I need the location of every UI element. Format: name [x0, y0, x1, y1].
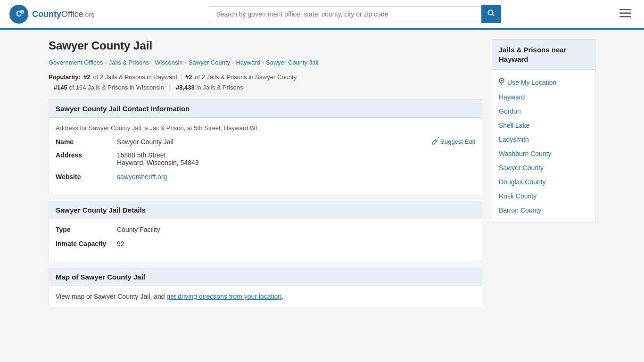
- logo-area: C ★ CountyOffice.org: [9, 5, 95, 24]
- sidebar-item-douglas-county[interactable]: Douglas County: [492, 175, 595, 189]
- type-label: Type: [56, 226, 117, 233]
- contact-description: Address for Sawyer County Jail, a Jail &…: [56, 124, 475, 132]
- breadcrumb-link-hayward[interactable]: Hayward: [236, 59, 260, 66]
- sidebar-item-ladysmith[interactable]: Ladysmith: [492, 132, 595, 147]
- type-value: County Facility: [117, 226, 160, 233]
- svg-line-9: [435, 140, 437, 141]
- sidebar-item-rusk-county[interactable]: Rusk County: [492, 189, 595, 203]
- search-button[interactable]: [481, 5, 501, 23]
- map-section: Map of Sawyer County Jail View map of Sa…: [49, 268, 482, 307]
- website-value: sawyersheriff.org: [117, 173, 167, 181]
- breadcrumb-link-sawyer-jail[interactable]: Sawyer County Jail: [266, 59, 318, 66]
- breadcrumb-link-gov-offices[interactable]: Government Offices: [49, 59, 103, 66]
- content-area: Sawyer County Jail Government Offices › …: [49, 39, 482, 314]
- svg-rect-6: [619, 9, 631, 10]
- sidebar-body: Use My Location Hayward Gordon Shell Lak…: [492, 70, 595, 222]
- sidebar-item-shell-lake[interactable]: Shell Lake: [492, 118, 595, 132]
- driving-directions-link[interactable]: get driving directions from your locatio…: [167, 293, 282, 300]
- use-location-item: Use My Location: [492, 74, 595, 90]
- address-label: Address: [56, 151, 117, 159]
- address-value: 15880 5th Street Hayward, Wisconsin, 548…: [117, 151, 199, 166]
- svg-rect-7: [619, 13, 631, 14]
- map-section-header: Map of Sawyer County Jail: [49, 268, 482, 286]
- suggest-edit-link[interactable]: Suggest Edit: [431, 138, 475, 145]
- svg-point-4: [488, 10, 493, 15]
- sidebar-item-gordon[interactable]: Gordon: [492, 104, 595, 118]
- svg-point-11: [501, 80, 503, 82]
- address-row: Address 15880 5th Street Hayward, Wiscon…: [56, 151, 475, 166]
- site-header: C ★ CountyOffice.org: [0, 0, 644, 30]
- details-section: Sawyer County Jail Details Type County F…: [49, 201, 482, 261]
- main-wrapper: Sawyer County Jail Government Offices › …: [39, 30, 605, 323]
- sidebar-header: Jails & Prisons near Hayward: [492, 40, 595, 70]
- capacity-row: Inmate Capacity 92: [56, 240, 475, 247]
- page-title: Sawyer County Jail: [49, 39, 482, 52]
- sidebar: Jails & Prisons near Hayward Use My Loca…: [492, 39, 595, 314]
- sidebar-item-barron-county[interactable]: Barron County: [492, 203, 595, 217]
- sidebar-item-sawyer-county[interactable]: Sawyer County: [492, 161, 595, 175]
- breadcrumb-link-sawyer-county[interactable]: Sawyer County: [189, 59, 230, 66]
- map-description: View map of Sawyer County Jail, and get …: [56, 293, 475, 300]
- map-section-body: View map of Sawyer County Jail, and get …: [49, 286, 482, 307]
- name-label: Name: [56, 138, 117, 146]
- logo-text: CountyOffice.org: [32, 9, 95, 19]
- popularity-row2: #145 of 164 Jails & Prisons in Wisconsin…: [49, 84, 482, 91]
- sidebar-item-hayward[interactable]: Hayward: [492, 90, 595, 104]
- type-row: Type County Facility: [56, 226, 475, 233]
- breadcrumb: Government Offices › Jails & Prisons › W…: [49, 59, 482, 66]
- contact-section-header: Sawyer County Jail Contact Information: [49, 100, 482, 118]
- pin-icon: [499, 78, 504, 87]
- name-value: Sawyer County Jail: [117, 138, 173, 146]
- details-section-body: Type County Facility Inmate Capacity 92: [49, 219, 482, 261]
- website-link[interactable]: sawyersheriff.org: [117, 173, 167, 181]
- svg-line-5: [493, 15, 495, 16]
- sidebar-box: Jails & Prisons near Hayward Use My Loca…: [492, 39, 595, 222]
- website-label: Website: [56, 173, 117, 181]
- details-section-header: Sawyer County Jail Details: [49, 201, 482, 219]
- breadcrumb-link-wisconsin[interactable]: Wisconsin: [155, 59, 182, 66]
- capacity-value: 92: [117, 240, 124, 247]
- capacity-label: Inmate Capacity: [56, 240, 117, 247]
- logo-icon: C ★: [9, 5, 28, 24]
- search-area: [209, 5, 501, 23]
- svg-rect-8: [619, 16, 631, 17]
- website-row: Website sawyersheriff.org: [56, 173, 475, 181]
- sidebar-item-washburn-county[interactable]: Washburn County: [492, 147, 595, 161]
- contact-section: Sawyer County Jail Contact Information A…: [49, 99, 482, 194]
- breadcrumb-link-jails[interactable]: Jails & Prisons: [109, 59, 149, 66]
- menu-button[interactable]: [616, 6, 635, 22]
- use-my-location-link[interactable]: Use My Location: [507, 79, 556, 86]
- popularity-row: Popularity: #2 of 2 Jails & Prisons in H…: [49, 73, 482, 81]
- search-input[interactable]: [209, 6, 481, 22]
- contact-section-body: Address for Sawyer County Jail, a Jail &…: [49, 118, 482, 194]
